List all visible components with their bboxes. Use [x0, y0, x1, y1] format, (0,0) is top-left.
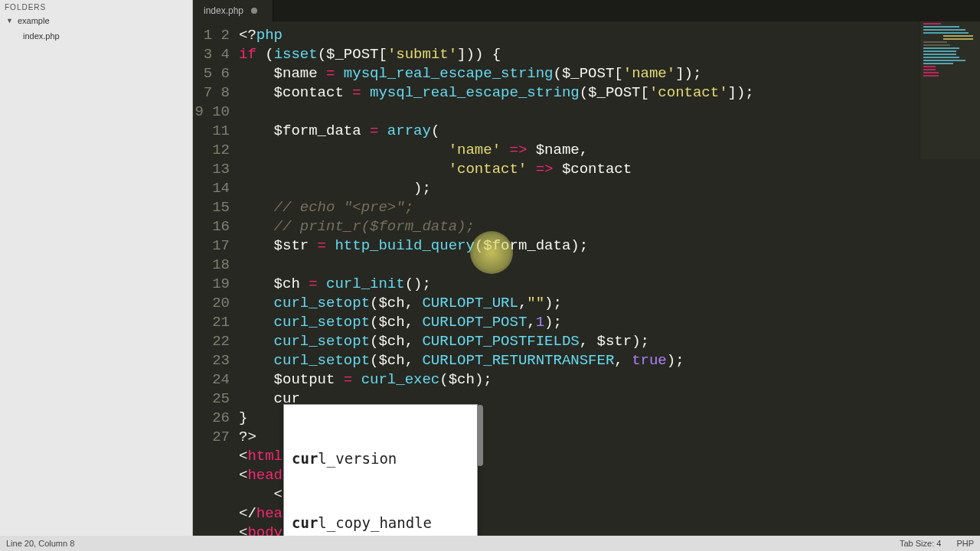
autocomplete-item[interactable]: curl_copy_handle [284, 512, 477, 533]
minimap[interactable] [920, 21, 980, 159]
gutter: 1 2 3 4 5 6 7 8 9 10 11 12 13 14 15 16 1… [193, 21, 236, 551]
status-tab-size[interactable]: Tab Size: 4 [900, 539, 941, 548]
status-language[interactable]: PHP [956, 539, 974, 548]
status-position[interactable]: Line 20, Column 8 [6, 539, 74, 548]
code-editor[interactable]: <?php if (isset($_POST['submit'])) { $na… [236, 21, 980, 551]
editor-area: index.php 1 2 3 4 5 6 7 8 9 10 11 12 13 … [193, 0, 980, 551]
autocomplete-scrollbar[interactable] [477, 405, 483, 466]
folder-example[interactable]: ▼ example [0, 13, 192, 28]
tab-label: index.php [204, 5, 243, 16]
autocomplete-popup[interactable]: curl_version curl_copy_handle curl_multi… [283, 404, 478, 551]
file-index-php[interactable]: index.php [0, 28, 192, 44]
statusbar: Line 20, Column 8 Tab Size: 4 PHP [0, 536, 980, 551]
autocomplete-item[interactable]: curl_version [284, 448, 477, 469]
disclosure-icon: ▼ [6, 17, 13, 24]
folders-header: FOLDERS [0, 0, 192, 13]
folder-label: example [18, 16, 50, 25]
dirty-indicator-icon [251, 8, 257, 14]
tabbar: index.php [193, 0, 980, 21]
code-container: 1 2 3 4 5 6 7 8 9 10 11 12 13 14 15 16 1… [193, 21, 980, 551]
sidebar: FOLDERS ▼ example index.php [0, 0, 193, 551]
app-root: FOLDERS ▼ example index.php index.php 1 … [0, 0, 980, 551]
tab-index-php[interactable]: index.php [193, 0, 273, 21]
file-label: index.php [23, 31, 60, 41]
